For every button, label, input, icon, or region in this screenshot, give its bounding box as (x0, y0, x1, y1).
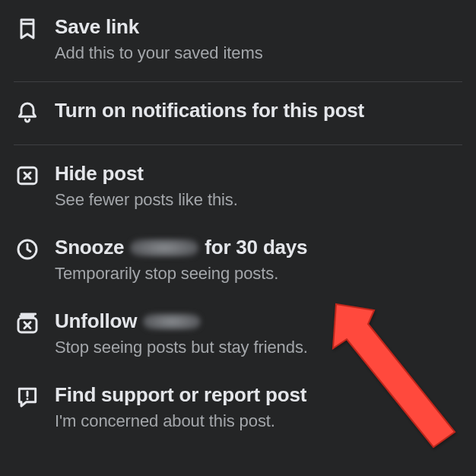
save-link-item[interactable]: Save link Add this to your saved items (0, 3, 476, 77)
menu-item-title: Snooze for 30 days (55, 236, 462, 259)
menu-item-subtitle: Temporarily stop seeing posts. (55, 264, 462, 284)
menu-item-text: Save link Add this to your saved items (55, 14, 462, 63)
title-prefix: Snooze (55, 236, 124, 259)
menu-item-subtitle: Add this to your saved items (55, 43, 462, 63)
menu-item-text: Hide post See fewer posts like this. (55, 160, 462, 210)
report-post-item[interactable]: Find support or report post I'm concerne… (0, 371, 476, 445)
unfollow-item[interactable]: Unfollow Stop seeing posts but stay frie… (0, 297, 476, 371)
divider (14, 144, 462, 145)
title-prefix: Unfollow (55, 309, 137, 333)
menu-item-title: Unfollow (55, 309, 462, 333)
menu-item-title: Save link (55, 15, 462, 39)
menu-item-subtitle: I'm concerned about this post. (55, 411, 462, 431)
menu-item-title: Hide post (55, 162, 462, 186)
redacted-name (143, 313, 201, 330)
menu-item-text: Turn on notifications for this post (55, 97, 462, 122)
unfollow-x-box-icon (14, 309, 41, 337)
menu-item-title: Find support or report post (55, 383, 462, 407)
bell-icon (14, 99, 41, 126)
hide-post-item[interactable]: Hide post See fewer posts like this. (0, 150, 476, 224)
title-suffix: for 30 days (205, 236, 307, 259)
menu-item-text: Unfollow Stop seeing posts but stay frie… (55, 308, 462, 357)
redacted-name (130, 239, 198, 257)
post-options-menu: Save link Add this to your saved items T… (0, 0, 476, 445)
report-exclaim-icon (14, 383, 41, 411)
turn-on-notifications-item[interactable]: Turn on notifications for this post (0, 87, 476, 140)
divider (14, 81, 462, 82)
menu-item-text: Find support or report post I'm concerne… (55, 382, 462, 431)
menu-item-title: Turn on notifications for this post (55, 99, 462, 122)
clock-icon (14, 236, 41, 263)
snooze-item[interactable]: Snooze for 30 days Temporarily stop seei… (0, 224, 476, 297)
menu-item-text: Snooze for 30 days Temporarily stop seei… (55, 234, 462, 284)
hide-x-box-icon (14, 162, 41, 189)
bookmark-icon (14, 15, 41, 43)
menu-item-subtitle: See fewer posts like this. (55, 190, 462, 210)
menu-item-subtitle: Stop seeing posts but stay friends. (55, 338, 462, 357)
